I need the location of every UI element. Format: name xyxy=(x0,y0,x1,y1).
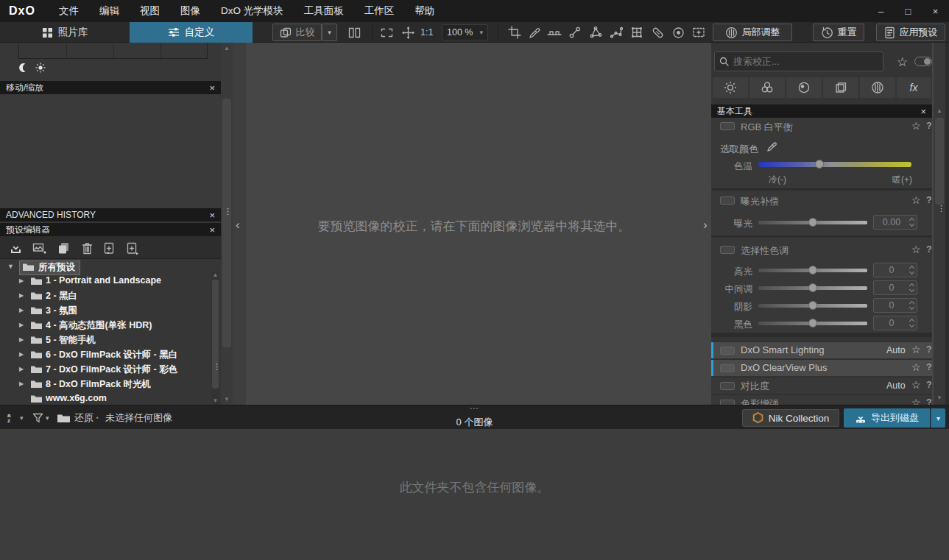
control-points-tool-icon[interactable] xyxy=(567,25,583,40)
tab-photolibrary[interactable]: 照片库 xyxy=(0,22,130,43)
splitter-grip-dots[interactable]: ⋮ xyxy=(213,364,221,369)
import-preset-icon[interactable] xyxy=(8,241,23,255)
tab-effects[interactable]: fx xyxy=(897,77,931,98)
tab-detail[interactable] xyxy=(786,77,822,98)
crop-tool-icon[interactable] xyxy=(507,25,523,40)
shadows-value-spinner[interactable]: 0 xyxy=(873,298,917,313)
close-icon[interactable]: × xyxy=(209,83,215,93)
help-icon[interactable]: ? xyxy=(926,397,932,405)
tree-row[interactable]: ▶6 - DxO FilmPack 设计师 - 黑白 xyxy=(0,347,221,362)
tab-local-adjustments[interactable] xyxy=(860,77,895,98)
tree-row[interactable]: ▶3 - 氛围 xyxy=(0,303,221,318)
tree-collapsed-icon[interactable]: ▶ xyxy=(19,380,24,387)
tree-collapsed-icon[interactable]: ▶ xyxy=(19,351,24,358)
smart-lighting-checkbox[interactable] xyxy=(720,347,735,355)
scrollbar-thumb[interactable] xyxy=(222,99,231,347)
tree-collapsed-icon[interactable]: ▶ xyxy=(19,277,24,284)
exposure-checkbox[interactable] xyxy=(720,196,735,205)
slider-handle[interactable] xyxy=(808,301,817,310)
close-button[interactable]: × xyxy=(922,0,949,22)
tree-row[interactable]: ▶1 - Portrait and Landscape xyxy=(0,274,221,288)
slider-handle[interactable] xyxy=(815,160,824,169)
help-icon[interactable]: ? xyxy=(926,244,932,255)
collapse-left-panel-icon[interactable]: ‹ xyxy=(236,218,240,233)
import-export-preset-icon[interactable] xyxy=(125,241,140,255)
polygon-tool-icon[interactable] xyxy=(588,25,604,40)
shadows-slider[interactable] xyxy=(758,304,867,308)
export-preset-icon[interactable] xyxy=(102,241,116,255)
close-icon[interactable]: × xyxy=(209,225,215,235)
right-splitter-dots[interactable]: ⋮ xyxy=(937,206,945,210)
exposure-value-spinner[interactable]: 0.00 xyxy=(873,215,917,230)
tree-row[interactable]: ▶8 - DxO FilmPack 时光机 xyxy=(0,377,221,391)
local-adjustments-button[interactable]: 局部调整 xyxy=(713,24,792,41)
blacks-slider[interactable] xyxy=(758,322,867,325)
favorite-star-icon[interactable]: ☆ xyxy=(911,120,921,132)
tab-customize[interactable]: 自定义 xyxy=(130,22,253,43)
tree-expanded-icon[interactable]: ▼ xyxy=(7,263,14,270)
scrollbar-thumb[interactable] xyxy=(935,118,944,205)
close-icon[interactable]: × xyxy=(920,107,926,116)
highlight-clipping-icon[interactable] xyxy=(35,63,46,73)
reset-button[interactable]: 重置 xyxy=(813,24,864,41)
tree-row[interactable]: ▶4 - 高动态范围(单张 HDR) xyxy=(0,318,221,333)
active-corrections-toggle[interactable] xyxy=(914,57,932,66)
right-panel-scrollbar[interactable]: ▲ ▼ xyxy=(934,43,945,405)
maximize-button[interactable]: □ xyxy=(895,0,922,22)
highlights-value-spinner[interactable]: 0 xyxy=(873,263,917,277)
slider-handle[interactable] xyxy=(808,218,817,227)
tree-row[interactable]: ▶5 - 智能手机 xyxy=(0,333,221,347)
horizon-tool-icon[interactable] xyxy=(546,25,562,40)
scrollbar-thumb[interactable] xyxy=(212,280,219,389)
repair-tool-icon[interactable] xyxy=(649,25,666,40)
delete-preset-icon[interactable] xyxy=(80,241,94,255)
menu-workspace[interactable]: 工作区 xyxy=(354,0,405,22)
highlights-slider[interactable] xyxy=(758,269,867,272)
control-line-tool-icon[interactable] xyxy=(608,25,624,40)
tree-collapsed-icon[interactable]: ▶ xyxy=(19,322,24,328)
compare-button[interactable]: 比较 xyxy=(272,24,322,41)
selective-tone-checkbox[interactable] xyxy=(720,246,735,254)
create-preset-from-image-icon[interactable] xyxy=(32,241,46,255)
favorite-star-icon[interactable]: ☆ xyxy=(911,194,921,206)
midtones-slider[interactable] xyxy=(758,286,867,290)
spin-down-icon[interactable] xyxy=(909,323,914,328)
menu-edit[interactable]: 编辑 xyxy=(89,0,130,22)
pan-icon[interactable] xyxy=(400,25,416,40)
minimize-button[interactable]: – xyxy=(867,0,895,22)
tree-row-all-presets[interactable]: ▼ 所有预设 xyxy=(0,259,221,274)
white-balance-picker-icon[interactable] xyxy=(527,25,543,40)
tab-light[interactable] xyxy=(713,77,748,98)
split-view-icon[interactable] xyxy=(346,25,362,40)
slider-handle[interactable] xyxy=(808,283,817,292)
slider-handle[interactable] xyxy=(808,266,817,274)
help-icon[interactable]: ? xyxy=(926,362,932,372)
zoom-level-dropdown[interactable]: 100 % ▾ xyxy=(442,24,488,40)
menu-tool-panels[interactable]: 工具面板 xyxy=(294,0,354,22)
tree-collapsed-icon[interactable]: ▶ xyxy=(19,336,24,343)
smart-lighting-row[interactable]: DxO Smart Lighting Auto ☆ ? xyxy=(711,341,932,358)
spin-down-icon[interactable] xyxy=(909,270,914,275)
perspective-tool-icon[interactable] xyxy=(629,25,645,40)
contrast-checkbox[interactable] xyxy=(720,382,735,390)
tree-row[interactable]: ▶2 - 黑白 xyxy=(0,288,221,303)
nik-collection-button[interactable]: Nik Collection xyxy=(742,409,839,427)
color-picker-icon[interactable] xyxy=(766,140,779,153)
duplicate-preset-icon[interactable] xyxy=(56,241,71,255)
favorites-filter-icon[interactable]: ☆ xyxy=(897,54,908,70)
midtones-value-spinner[interactable]: 0 xyxy=(873,280,917,295)
export-options-dropdown[interactable]: ▾ xyxy=(931,408,945,428)
exposure-slider[interactable] xyxy=(758,221,867,224)
collapse-right-panel-icon[interactable]: › xyxy=(703,218,708,233)
help-icon[interactable]: ? xyxy=(926,195,932,205)
tab-color[interactable] xyxy=(749,77,785,98)
left-splitter-dots[interactable]: ⋮ xyxy=(224,209,232,213)
export-to-disk-button[interactable]: 导出到磁盘 xyxy=(844,408,930,428)
spin-down-icon[interactable] xyxy=(909,305,914,311)
tree-row[interactable]: www.x6g.com xyxy=(0,391,221,405)
menu-help[interactable]: 帮助 xyxy=(404,0,445,22)
scroll-down-icon[interactable]: ▼ xyxy=(934,394,945,401)
help-icon[interactable]: ? xyxy=(926,121,932,131)
red-eye-tool-icon[interactable] xyxy=(670,25,686,40)
favorite-star-icon[interactable]: ☆ xyxy=(911,244,921,255)
